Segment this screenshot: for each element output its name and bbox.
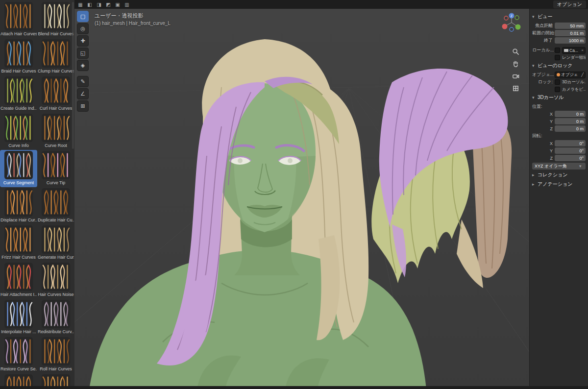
navigation-gizmo[interactable]: Z xyxy=(501,12,522,33)
asset-item[interactable]: Duplicate Hair Cu... xyxy=(37,187,74,224)
zoom-icon[interactable] xyxy=(511,47,520,56)
gizmo-y-neg-axis[interactable] xyxy=(515,16,519,20)
move-tool[interactable]: ✚ xyxy=(77,35,89,47)
transform-tool[interactable]: ◈ xyxy=(77,60,89,71)
annotate-tool[interactable]: ✎ xyxy=(77,76,89,87)
asset-item[interactable]: Roll Hair Curves xyxy=(37,336,74,373)
annotations-section-header[interactable]: ▸ アノテーション xyxy=(532,181,586,188)
rotation-mode-dropdown[interactable]: XYZ オイラー角 ▾ xyxy=(532,163,586,170)
asset-item[interactable]: Curl Hair Curves xyxy=(37,75,74,113)
asset-item[interactable]: Hair Attachment I... xyxy=(0,262,37,299)
scale-tool[interactable]: ◱ xyxy=(77,48,89,59)
3d-viewport[interactable]: ユーザー・透視投影 (1) hair_mesh | Hair_front_cur… xyxy=(74,9,588,389)
loc-y-label: Y xyxy=(532,119,555,124)
add-cube-tool[interactable]: ⊞ xyxy=(77,100,89,112)
asset-item[interactable]: Curve Info xyxy=(0,113,37,150)
gizmo-z-neg-axis[interactable] xyxy=(510,27,514,31)
camera-icon xyxy=(564,49,568,52)
perspective-toggle-icon[interactable] xyxy=(511,84,520,93)
gizmo-x-axis[interactable] xyxy=(502,24,508,29)
asset-item[interactable]: Attach Hair Curves xyxy=(0,1,37,38)
asset-item[interactable]: Curve Tip xyxy=(37,150,74,187)
cursor-location-z-field[interactable]: 0 m xyxy=(555,125,586,132)
asset-item[interactable]: Frizz Hair Curves xyxy=(0,224,37,262)
asset-item[interactable]: Interpolate Hair ... xyxy=(0,299,37,336)
rotation-mode-value: XYZ オイラー角 xyxy=(535,163,567,170)
gizmo-y-axis[interactable] xyxy=(515,24,521,30)
cursor-section-header[interactable]: ▾ 3Dカーソル xyxy=(532,94,586,101)
clip-end-field[interactable]: 1000 m xyxy=(555,37,586,44)
lock-camera-checkbox[interactable] xyxy=(555,87,560,92)
asset-item[interactable]: Curve Root xyxy=(37,113,74,150)
asset-thumbnail xyxy=(41,76,71,105)
asset-item[interactable]: Hair Curves Noise xyxy=(37,262,74,299)
clear-camera-icon[interactable]: × xyxy=(581,48,584,52)
render-region-checkbox[interactable] xyxy=(555,55,560,60)
view-section-header[interactable]: ▾ ビュー xyxy=(532,13,586,20)
collapse-caret-icon: ▾ xyxy=(532,14,536,19)
select-box-tool[interactable]: ▢ xyxy=(77,11,89,22)
cursor-location-y-field[interactable]: 0 m xyxy=(555,118,586,124)
loc-z-label: Z xyxy=(532,126,555,131)
view-toggle-icon-3[interactable]: ◩ xyxy=(104,1,112,8)
chevron-down-icon: ▾ xyxy=(579,164,583,169)
asset-label: Interpolate Hair ... xyxy=(1,329,36,335)
asset-item[interactable]: Redistribute Curv... xyxy=(37,299,74,336)
asset-scrollbar[interactable] xyxy=(72,2,74,149)
asset-item[interactable]: Braid Hair Curves xyxy=(0,38,37,75)
eyedropper-icon[interactable]: ╱ xyxy=(581,73,584,77)
asset-item[interactable]: Clump Hair Curves xyxy=(37,38,74,75)
focal-length-field[interactable]: 50 mm xyxy=(555,23,586,29)
collections-section-header[interactable]: ▸ コレクション xyxy=(532,171,586,178)
asset-thumbnail xyxy=(41,150,71,180)
view-toggle-icon-4[interactable]: ▣ xyxy=(114,1,122,8)
svg-text:Z: Z xyxy=(511,14,513,18)
cursor-rotation-z-field[interactable]: 0° xyxy=(555,155,586,161)
viewport-header-bar: ▦◧◨◩▣▥ オプション xyxy=(74,0,588,9)
asset-item[interactable]: Curve Segment xyxy=(0,150,37,187)
asset-item[interactable]: Restore Curve Se... xyxy=(0,336,37,373)
view-toggle-icon-1[interactable]: ◧ xyxy=(86,1,94,8)
asset-thumbnail xyxy=(41,188,71,217)
asset-label: Blend Hair Curves xyxy=(38,31,74,37)
lock-object-value: オブジェ xyxy=(561,72,578,78)
lock-3d-cursor-checkbox[interactable] xyxy=(555,79,560,85)
object-icon xyxy=(557,73,560,76)
pan-hand-icon[interactable] xyxy=(511,59,520,68)
cursor-rotation-y-field[interactable]: 0° xyxy=(555,147,586,154)
location-label: 位置: xyxy=(532,103,586,110)
gizmo-x-neg-axis[interactable] xyxy=(504,16,508,20)
asset-label: Attach Hair Curves xyxy=(0,31,37,37)
asset-thumbnail xyxy=(41,1,71,31)
asset-item[interactable]: Generate Hair Cur... xyxy=(37,224,74,262)
cursor-rotation-x-field[interactable]: 0° xyxy=(555,140,586,146)
lock-object-field[interactable]: オブジェ ╱ xyxy=(555,72,586,78)
asset-item[interactable]: Create Guide Ind... xyxy=(0,75,37,113)
cursor-location-x-field[interactable]: 0 m xyxy=(555,111,586,117)
collapsed-caret-icon: ▸ xyxy=(532,182,536,187)
view-lock-title: ビューのロック xyxy=(538,62,572,69)
local-camera-field[interactable]: Ca... × xyxy=(562,47,586,54)
measure-tool[interactable]: ∠ xyxy=(77,88,89,99)
view-lock-section-header[interactable]: ▾ ビューのロック xyxy=(532,62,586,69)
view-toggle-icon-5[interactable]: ▥ xyxy=(123,1,131,8)
camera-view-icon[interactable] xyxy=(511,72,520,80)
clip-start-label: 範囲の開始 xyxy=(532,30,555,36)
asset-thumbnail xyxy=(41,299,71,329)
cursor-tool[interactable]: ◎ xyxy=(77,23,89,34)
asset-thumbnail xyxy=(4,262,33,292)
rot-z-label: Z xyxy=(532,156,555,161)
lock-3d-cursor-label: 3Dカーソル... xyxy=(562,79,586,85)
asset-label: Hair Curves Noise xyxy=(38,292,74,297)
asset-item[interactable]: Blend Hair Curves xyxy=(37,1,74,38)
options-button[interactable]: オプション xyxy=(553,0,586,8)
asset-item[interactable]: Displace Hair Cur... xyxy=(0,187,37,224)
clip-start-field[interactable]: 0.01 m xyxy=(555,30,586,36)
editor-type-icon[interactable]: ▦ xyxy=(76,1,84,8)
lock-camera-label: カメラをビ... xyxy=(562,87,586,93)
viewport-nav-icons xyxy=(511,47,520,93)
asset-label: Hair Attachment I... xyxy=(0,292,37,297)
asset-thumbnail xyxy=(41,113,71,143)
view-toggle-icon-2[interactable]: ◨ xyxy=(95,1,103,8)
local-camera-checkbox[interactable] xyxy=(555,48,560,53)
